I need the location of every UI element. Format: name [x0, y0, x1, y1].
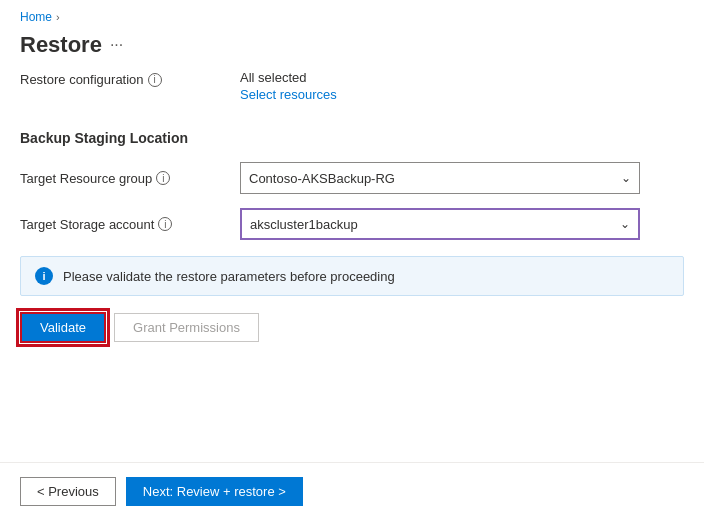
target-storage-account-label-text: Target Storage account [20, 217, 154, 232]
info-banner-icon: i [35, 267, 53, 285]
target-resource-group-dropdown[interactable]: Contoso-AKSBackup-RG ⌄ [240, 162, 640, 194]
target-resource-group-label-text: Target Resource group [20, 171, 152, 186]
restore-config-info-icon[interactable]: i [148, 73, 162, 87]
backup-staging-section: Backup Staging Location Target Resource … [20, 130, 684, 240]
restore-config-label-text: Restore configuration [20, 72, 144, 87]
target-resource-group-info-icon[interactable]: i [156, 171, 170, 185]
page-title: Restore [20, 32, 102, 58]
breadcrumb: Home › [0, 0, 704, 28]
target-resource-group-label: Target Resource group i [20, 171, 240, 186]
info-banner: i Please validate the restore parameters… [20, 256, 684, 296]
validate-button[interactable]: Validate [20, 312, 106, 343]
next-button[interactable]: Next: Review + restore > [126, 477, 303, 506]
target-storage-account-row: Target Storage account i akscluster1back… [20, 208, 684, 240]
page-header: Restore ··· [0, 28, 704, 70]
restore-config-row: Restore configuration i All selected Sel… [20, 70, 684, 110]
restore-config-value: All selected Select resources [240, 70, 337, 102]
target-storage-account-value: akscluster1backup [250, 217, 358, 232]
info-banner-message: Please validate the restore parameters b… [63, 269, 395, 284]
target-storage-account-label: Target Storage account i [20, 217, 240, 232]
target-resource-group-row: Target Resource group i Contoso-AKSBacku… [20, 162, 684, 194]
previous-button[interactable]: < Previous [20, 477, 116, 506]
target-storage-account-info-icon[interactable]: i [158, 217, 172, 231]
section-title: Backup Staging Location [20, 130, 684, 146]
restore-config-label: Restore configuration i [20, 70, 240, 87]
target-resource-group-value: Contoso-AKSBackup-RG [249, 171, 395, 186]
target-storage-account-dropdown[interactable]: akscluster1backup ⌄ [240, 208, 640, 240]
action-buttons: Validate Grant Permissions [20, 312, 684, 343]
select-resources-link[interactable]: Select resources [240, 87, 337, 102]
target-resource-group-chevron-icon: ⌄ [621, 171, 631, 185]
restore-config-value-text: All selected [240, 70, 337, 85]
footer: < Previous Next: Review + restore > [0, 462, 704, 520]
breadcrumb-home[interactable]: Home [20, 10, 52, 24]
page-container: Home › Restore ··· Restore configuration… [0, 0, 704, 520]
content-area: Restore configuration i All selected Sel… [0, 70, 704, 343]
page-menu-icon[interactable]: ··· [110, 36, 123, 54]
grant-permissions-button[interactable]: Grant Permissions [114, 313, 259, 342]
target-storage-account-chevron-icon: ⌄ [620, 217, 630, 231]
breadcrumb-chevron-icon: › [56, 11, 60, 23]
